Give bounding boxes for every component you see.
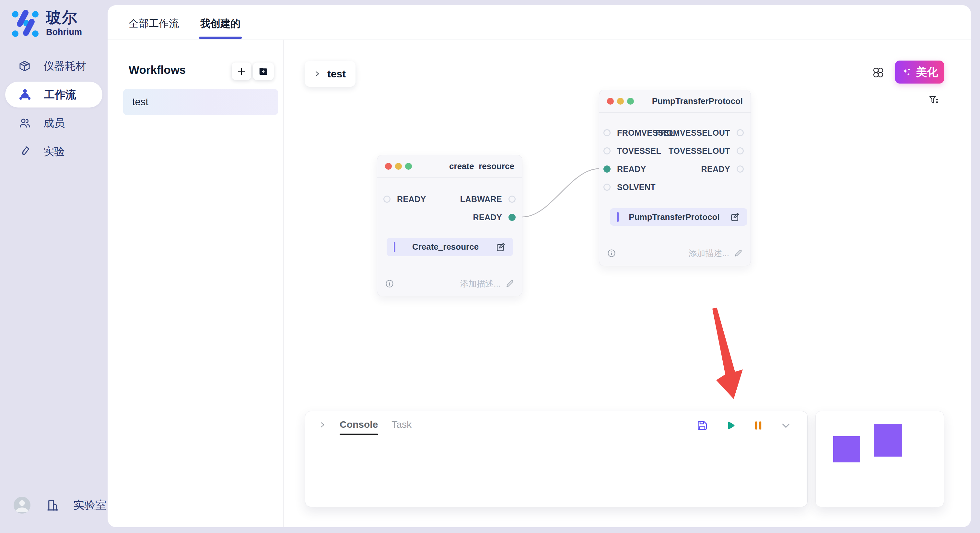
- node-action-button[interactable]: PumpTransferProtocol: [610, 208, 747, 226]
- minimap[interactable]: [815, 411, 944, 507]
- sparkles-icon: [901, 67, 912, 78]
- description-placeholder[interactable]: 添加描述...: [688, 248, 729, 259]
- sidebar-item-experiment[interactable]: 实验: [0, 137, 108, 166]
- info-icon[interactable]: [385, 279, 394, 288]
- node-action-button[interactable]: Create_resource: [387, 238, 513, 256]
- sidebar-item-label: 仪器耗材: [43, 59, 86, 73]
- tab-task[interactable]: Task: [391, 419, 412, 435]
- port-circle[interactable]: [737, 148, 744, 154]
- port-label: SOLVENT: [617, 182, 655, 192]
- port-circle[interactable]: [603, 165, 611, 173]
- tabs-divider: [108, 40, 971, 40]
- pencil-icon[interactable]: [505, 279, 514, 288]
- output-port-labware[interactable]: LABWARE: [460, 195, 515, 203]
- output-port-ready[interactable]: READY: [473, 213, 515, 222]
- package-icon: [18, 60, 31, 73]
- breadcrumb[interactable]: test: [305, 61, 355, 87]
- brand-name-en: Bohrium: [46, 27, 82, 37]
- edit-icon[interactable]: [495, 242, 506, 252]
- workflow-team-icon: [18, 88, 32, 102]
- port-circle[interactable]: [737, 165, 744, 173]
- port-label: TOVESSEL: [617, 146, 661, 156]
- port-circle[interactable]: [603, 129, 611, 136]
- tab-created-by-me[interactable]: 我创建的: [200, 17, 240, 39]
- edit-icon[interactable]: [730, 212, 740, 222]
- red-dot-icon: [607, 98, 614, 105]
- sidebar-item-label: 实验: [43, 144, 65, 159]
- traffic-light-dots: [385, 163, 412, 170]
- play-icon[interactable]: [724, 419, 737, 432]
- console-actions: [696, 419, 792, 432]
- minimap-node-pump-transfer: [874, 424, 902, 457]
- command-icon: [872, 67, 885, 79]
- annotation-arrow: [712, 308, 743, 399]
- tab-console[interactable]: Console: [340, 419, 378, 435]
- input-port-solvent[interactable]: SOLVENT: [603, 183, 655, 191]
- input-port-tovessel[interactable]: TOVESSEL: [603, 147, 661, 155]
- output-port-tovesselout[interactable]: TOVESSELOUT: [668, 147, 744, 155]
- sidebar-item-label: 成员: [43, 116, 65, 130]
- lab-label[interactable]: 实验室: [73, 498, 106, 512]
- app-window: 玻尔 Bohrium 仪器耗材: [0, 0, 980, 533]
- pause-icon[interactable]: [751, 419, 765, 432]
- info-icon[interactable]: [607, 249, 616, 258]
- traffic-light-dots: [607, 98, 634, 105]
- action-label: PumpTransferProtocol: [619, 212, 730, 222]
- pencil-icon[interactable]: [734, 249, 743, 258]
- port-circle[interactable]: [509, 195, 515, 203]
- sidebar: 玻尔 Bohrium 仪器耗材: [0, 0, 108, 533]
- port-label: FROMVESSELOUT: [655, 128, 730, 138]
- port-circle[interactable]: [509, 214, 515, 221]
- port-label: READY: [617, 165, 646, 174]
- beautify-button[interactable]: 美化: [895, 60, 944, 84]
- save-icon[interactable]: [696, 419, 709, 432]
- node-header: PumpTransferProtocol: [599, 90, 751, 113]
- header-tabs: 全部工作流 我创建的: [129, 17, 240, 39]
- workflow-list-item[interactable]: test: [123, 89, 278, 115]
- command-button[interactable]: [872, 67, 885, 79]
- add-workflow-button[interactable]: [232, 62, 251, 80]
- members-icon: [18, 117, 31, 130]
- input-port-ready[interactable]: READY: [383, 195, 426, 203]
- description-placeholder[interactable]: 添加描述...: [460, 278, 501, 289]
- port-label: LABWARE: [460, 195, 502, 204]
- output-port-ready[interactable]: READY: [701, 165, 744, 173]
- action-label: Create_resource: [395, 242, 495, 252]
- workflows-title: Workflows: [129, 63, 186, 76]
- yellow-dot-icon: [395, 163, 402, 170]
- sidebar-item-label: 工作流: [44, 87, 76, 102]
- building-icon: [46, 498, 60, 512]
- sidebar-item-members[interactable]: 成员: [0, 109, 108, 137]
- node-footer: 添加描述...: [385, 276, 514, 291]
- node-pump-transfer-protocol[interactable]: PumpTransferProtocol FROMVESSEL TOVESSEL…: [599, 90, 751, 266]
- brand-name-cn: 玻尔: [46, 9, 82, 26]
- output-port-fromvesselout[interactable]: FROMVESSELOUT: [655, 128, 744, 137]
- port-label: READY: [397, 195, 426, 204]
- port-label: READY: [701, 165, 730, 174]
- sidebar-item-instruments[interactable]: 仪器耗材: [0, 52, 108, 80]
- expand-chevron-icon[interactable]: [318, 421, 326, 433]
- node-header: create_resource: [377, 155, 522, 178]
- input-port-ready[interactable]: READY: [603, 165, 646, 173]
- bohrium-logo-icon: [11, 9, 39, 38]
- red-dot-icon: [385, 163, 392, 170]
- port-circle[interactable]: [603, 184, 611, 191]
- port-circle[interactable]: [383, 195, 390, 203]
- sidebar-footer: 实验室: [14, 497, 106, 514]
- avatar[interactable]: [14, 497, 30, 514]
- node-title: PumpTransferProtocol: [652, 96, 743, 106]
- breadcrumb-label: test: [327, 68, 346, 80]
- filter-icon: [928, 94, 940, 106]
- filter-button[interactable]: [928, 94, 940, 106]
- sidebar-item-workflow[interactable]: 工作流: [5, 82, 102, 108]
- node-create-resource[interactable]: create_resource READY LABWARE READY Crea…: [377, 155, 522, 296]
- node-title: create_resource: [449, 161, 514, 171]
- tab-all-workflows[interactable]: 全部工作流: [129, 17, 179, 39]
- port-circle[interactable]: [737, 129, 744, 136]
- beautify-label: 美化: [916, 65, 938, 80]
- green-dot-icon: [405, 163, 412, 170]
- chevron-down-icon[interactable]: [780, 419, 792, 432]
- import-workflow-button[interactable]: [253, 62, 274, 80]
- node-footer: 添加描述...: [607, 246, 743, 260]
- port-circle[interactable]: [603, 148, 611, 154]
